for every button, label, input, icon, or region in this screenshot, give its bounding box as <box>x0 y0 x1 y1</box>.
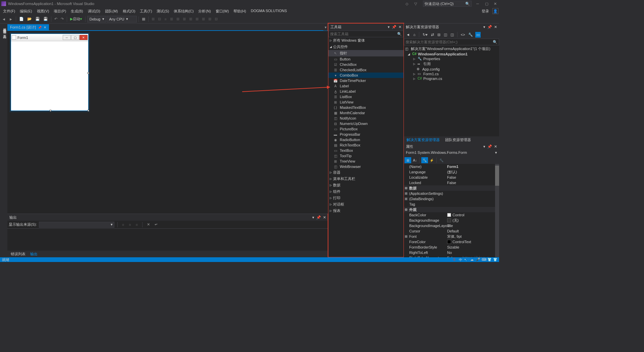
pin-icon[interactable]: 📌 <box>392 25 396 29</box>
toolbox-item[interactable]: ▦MonthCalendar <box>328 110 404 116</box>
toolbox-category[interactable]: ◢公共控件 <box>328 44 404 50</box>
nav-fwd-button[interactable]: ► <box>8 16 14 22</box>
toolbox-item[interactable]: (.)MaskedTextBox <box>328 105 404 110</box>
save-button[interactable]: 💾 <box>34 16 41 22</box>
layout-btn7[interactable]: ⊞ <box>188 16 194 22</box>
user-icon[interactable]: 👤 <box>492 8 498 14</box>
errorlist-tab[interactable]: 错误列表 <box>9 251 28 257</box>
out-btn2[interactable]: ≡ <box>127 222 132 228</box>
out-btn3[interactable]: ≡ <box>135 222 139 228</box>
toolbox-category[interactable]: ▷报表 <box>328 208 404 214</box>
toolbox-item[interactable]: ◫ToolTip <box>328 153 404 159</box>
close-icon[interactable]: ✕ <box>494 144 497 149</box>
property-row[interactable]: CursorDefault <box>404 228 499 234</box>
toolbox-category[interactable]: ▷容器 <box>328 169 404 176</box>
close-icon[interactable]: ✕ <box>494 25 497 29</box>
layout-btn10[interactable]: ⊞ <box>207 16 213 22</box>
toolbox-item[interactable]: ⊟NumericUpDown <box>328 121 404 126</box>
toolbox-category[interactable]: ▷菜单和工具栏 <box>328 176 404 182</box>
menu-item[interactable]: 生成(B) <box>68 8 86 14</box>
se-back-button[interactable]: ◄ <box>405 32 411 37</box>
toolbox-item[interactable]: ▤RichTextBox <box>328 142 404 148</box>
categorized-button[interactable]: ⊞ <box>405 157 411 163</box>
se-btn1[interactable]: ◫ <box>443 32 448 38</box>
close-button[interactable]: ✕ <box>494 2 498 6</box>
layout-btn6[interactable]: ⊞ <box>181 16 187 22</box>
chevron-down-icon[interactable]: ◢ <box>408 53 411 56</box>
undo-button[interactable]: ↶ <box>53 16 59 22</box>
layout-btn9[interactable]: ⊞ <box>201 16 206 22</box>
se-item[interactable]: Properties <box>423 57 440 61</box>
property-row[interactable]: ForeColorControlText <box>404 239 499 245</box>
toolbox-item[interactable]: ☰ListBox <box>328 94 404 99</box>
se-tab-solution[interactable]: 解决方案资源管理器 <box>404 137 442 143</box>
se-sync-button[interactable]: ⇄ <box>430 32 435 38</box>
toolbox-item[interactable]: ALabel <box>328 83 404 89</box>
property-row[interactable]: LocalizableFalse <box>404 175 499 180</box>
layout-btn4[interactable]: ⊞ <box>169 16 174 22</box>
se-item[interactable]: App.config <box>422 67 440 71</box>
property-row[interactable]: BackgroundImage(无) <box>404 218 499 223</box>
dropdown-icon[interactable]: ▾ <box>483 25 485 29</box>
layout-btn5[interactable]: ⊞ <box>175 16 181 22</box>
toolbox-rail-tab[interactable]: 工具箱 <box>0 30 7 35</box>
out-clear-button[interactable]: ✕ <box>146 221 151 228</box>
property-row[interactable]: FormBorderStyleSizable <box>404 245 499 250</box>
property-row[interactable]: BackColorControl <box>404 212 499 218</box>
toolbox-item[interactable]: ▾ComboBox <box>328 73 404 78</box>
toolbox-item[interactable]: ◫WebBrowser <box>328 164 404 169</box>
property-row[interactable]: RightToLeftNo <box>404 250 499 255</box>
save-all-button[interactable]: 💾 <box>42 16 49 22</box>
dropdown-icon[interactable]: ▾ <box>388 25 390 29</box>
maximize-button[interactable]: ▢ <box>485 2 489 6</box>
toolbox-item[interactable]: 📅DateTimePicker <box>328 78 404 83</box>
designer-canvas[interactable]: Form1 ─ ▢ ✕ <box>7 31 328 214</box>
notifications-icon[interactable]: ◇ <box>406 2 410 6</box>
toolbox-item[interactable]: ◫NotifyIcon <box>328 116 404 121</box>
property-row[interactable]: Language(默认) <box>404 169 499 175</box>
solution-tree[interactable]: ◫解决方案"WindowsFormsApplication1"(1 个项目) ◢… <box>404 45 499 136</box>
close-icon[interactable]: ✕ <box>44 26 46 29</box>
start-button[interactable]: ▶ 启动 ▾ <box>69 15 84 23</box>
close-icon[interactable]: ✕ <box>398 25 401 29</box>
minimize-button[interactable]: ─ <box>476 2 480 6</box>
config-dropdown[interactable]: Debug▾ <box>87 16 106 23</box>
layout-btn3[interactable]: ≡ <box>163 16 168 22</box>
toolbox-category[interactable]: ▷组件 <box>328 188 404 195</box>
align-button[interactable]: ▦ <box>141 16 147 22</box>
toolbox-category[interactable]: ▷数据 <box>328 182 404 188</box>
se-tab-team[interactable]: 团队资源管理器 <box>442 137 474 143</box>
feedback-icon[interactable]: ▽ <box>414 2 418 6</box>
toolbox-item[interactable]: ▭PictureBox <box>328 126 404 132</box>
se-item[interactable]: 引用 <box>423 61 431 67</box>
se-search[interactable]: 🔍 <box>404 39 499 45</box>
toolbox-item[interactable]: ⊞TreeView <box>328 159 404 164</box>
output-tab[interactable]: 输出 <box>28 251 40 257</box>
project-label[interactable]: WindowsFormsApplication1 <box>418 52 468 56</box>
toolbox-item[interactable]: ☰CheckedListBox <box>328 67 404 73</box>
layout-btn1[interactable]: ⊞ <box>150 16 156 22</box>
chevron-right-icon[interactable]: ▷ <box>413 73 417 76</box>
redo-button[interactable]: ↷ <box>59 16 65 22</box>
alpha-button[interactable]: A↓ <box>412 157 418 163</box>
toolbox-item[interactable]: ▬ProgressBar <box>328 132 404 137</box>
se-collapse-button[interactable]: ⊟ <box>436 32 441 38</box>
property-row[interactable]: ⊟数据 <box>404 185 499 191</box>
props-button[interactable]: 🔧 <box>421 157 428 163</box>
property-row[interactable]: (Name)Form1 <box>404 164 499 169</box>
menu-item[interactable]: 格式(O) <box>120 8 138 14</box>
open-button[interactable]: 📂 <box>26 16 33 22</box>
property-row[interactable]: ⊟外观 <box>404 207 499 212</box>
se-refresh-button[interactable]: ↻▾ <box>422 32 429 38</box>
quick-launch-input[interactable]: 快速启动 (Ctrl+Q)🔍 <box>423 1 472 7</box>
menu-item[interactable]: 窗口(W) <box>213 8 231 14</box>
output-body[interactable] <box>7 229 328 251</box>
pin-icon[interactable]: 📌 <box>38 26 42 29</box>
se-preview-button[interactable]: ▭ <box>475 32 481 38</box>
toolbox-category[interactable]: ▷打印 <box>328 195 404 201</box>
menu-item[interactable]: 编辑(E) <box>17 8 35 14</box>
toolbox-search[interactable]: 🔍 <box>328 31 404 37</box>
output-source-dropdown[interactable]: ▾ <box>39 222 114 228</box>
pin-icon[interactable]: 📌 <box>487 144 492 149</box>
menu-item[interactable]: 视图(V) <box>35 8 52 14</box>
